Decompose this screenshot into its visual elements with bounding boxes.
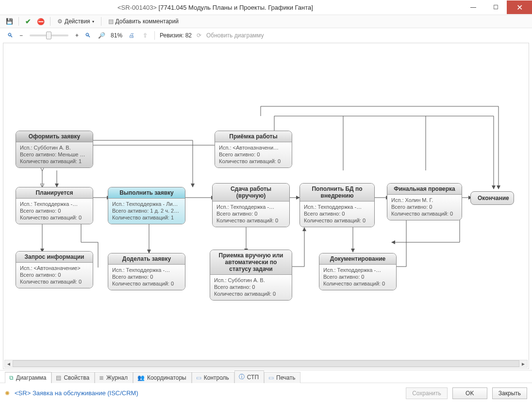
node-title: Финальная проверка <box>387 184 462 195</box>
properties-icon: ▤ <box>56 374 61 381</box>
comment-icon: ▤ <box>108 18 114 25</box>
scrollbar-track[interactable] <box>13 360 519 367</box>
scroll-left-button[interactable]: ◄ <box>5 360 13 367</box>
node-title: Выполнить заявку <box>108 187 185 199</box>
export-icon[interactable]: ⇪ <box>141 31 150 40</box>
approve-icon[interactable]: ✔ <box>24 17 33 26</box>
info-icon: ⓘ <box>239 373 245 381</box>
node-documentation[interactable]: Документирование Исп.: Техподдержка -… В… <box>319 253 397 290</box>
main-toolbar: 💾 ✔ ⛔ ⚙ Действия ▾ ▤ Добавить комментари… <box>0 15 532 28</box>
zoom-fit-icon[interactable]: 🔎 <box>97 31 106 40</box>
close-button[interactable]: Закрыть <box>492 387 527 399</box>
node-manual-auto-check[interactable]: Приемка вручную или автоматически по ста… <box>210 250 292 301</box>
node-title: Запрос информации <box>16 252 93 263</box>
tab-stp[interactable]: ⓘСТП <box>234 370 264 383</box>
control-icon: ▭ <box>196 374 201 381</box>
actions-dropdown[interactable]: ⚙ Действия ▾ <box>55 17 96 26</box>
window-minimize-button[interactable]: — <box>462 0 484 14</box>
title-code: <SR-001403> <box>117 4 157 11</box>
node-title: Приемка вручную или автоматически по ста… <box>210 250 292 275</box>
footer-link[interactable]: <SR> Заявка на обслуживание (ISC/CRM) <box>15 389 138 397</box>
node-title: Планируется <box>16 187 93 199</box>
zoom-out-icon[interactable]: 🔍︎ <box>6 31 15 40</box>
node-fill-db[interactable]: Пополнить БД по внедрению Исп.: Техподде… <box>299 183 375 227</box>
node-planned[interactable]: Планируется Исп.: Техподдержка -… Всего … <box>16 187 93 224</box>
refresh-diagram-link[interactable]: Обновить диаграмму <box>206 32 264 39</box>
tab-diagram[interactable]: ⧉Диаграмма <box>5 372 51 383</box>
window-close-button[interactable]: ✕ <box>507 0 532 14</box>
node-info-request[interactable]: Запрос информации Исп.: <Автоназначение>… <box>16 251 93 288</box>
node-final-check[interactable]: Финальная проверка Исп.: Холин М. Г. Все… <box>387 183 462 220</box>
ok-button[interactable]: OK <box>452 387 487 399</box>
gear-icon: ⚙ <box>57 18 63 25</box>
zoom-slider-thumb[interactable] <box>46 32 51 39</box>
scrollbar-thumb[interactable] <box>13 360 519 367</box>
zoom-in-icon[interactable]: 🔍︎ <box>83 31 92 40</box>
window-maximize-button[interactable]: ☐ <box>484 0 507 14</box>
gear-footer-icon: ✺ <box>5 390 10 397</box>
tab-control[interactable]: ▭Контроль <box>192 372 234 383</box>
node-title: Документирование <box>319 253 396 265</box>
node-title: Пополнить БД по внедрению <box>300 184 374 202</box>
node-acceptance[interactable]: Приёмка работы Исп.: <Автоназначени… Все… <box>215 131 292 168</box>
diagram-viewport[interactable]: Оформить заявку Исп.: Субботин А. В. Все… <box>3 43 529 369</box>
node-submit-work[interactable]: Сдача работы (вручную) Исп.: Техподдержк… <box>212 183 290 227</box>
node-title: Оформить заявку <box>16 131 93 142</box>
zoom-slider[interactable] <box>30 34 68 36</box>
node-create-request[interactable]: Оформить заявку Исп.: Субботин А. В. Все… <box>16 131 93 168</box>
print-icon[interactable]: 🖨 <box>127 31 136 40</box>
diagram-icon: ⧉ <box>9 374 14 381</box>
node-execute-request[interactable]: Выполнить заявку Исп.: Техподдержка - Ли… <box>108 187 185 224</box>
scroll-right-button[interactable]: ► <box>519 360 527 367</box>
tab-coordinators[interactable]: 👥Координаторы <box>133 372 192 383</box>
title-main: [7741.045 Модуль Планы и Проекты. График… <box>159 4 313 11</box>
save-icon[interactable]: 💾 <box>5 17 14 26</box>
zoom-percent: 81% <box>111 32 122 39</box>
window-titlebar: <SR-001403> [7741.045 Модуль Планы и Про… <box>0 0 532 15</box>
print-tab-icon: ▭ <box>268 374 274 381</box>
reject-icon[interactable]: ⛔ <box>36 17 45 26</box>
node-title: Сдача работы (вручную) <box>213 184 289 202</box>
node-title: Приёмка работы <box>215 131 292 142</box>
horizontal-scrollbar[interactable]: ◄ ► <box>4 360 528 368</box>
footer-bar: ✺ <SR> Заявка на обслуживание (ISC/CRM) … <box>0 383 532 403</box>
tab-journal[interactable]: ≣Журнал <box>95 372 133 383</box>
node-end[interactable]: Окончание <box>470 191 514 205</box>
bottom-tabs: ⧉Диаграмма ▤Свойства ≣Журнал 👥Координато… <box>0 370 532 383</box>
add-comment-button[interactable]: ▤ Добавить комментарий <box>106 17 181 26</box>
add-comment-label: Добавить комментарий <box>116 18 179 25</box>
refresh-icon[interactable]: ⟳ <box>197 32 201 39</box>
chevron-down-icon: ▾ <box>92 19 94 24</box>
save-button: Сохранить <box>406 387 448 399</box>
people-icon: 👥 <box>137 374 145 381</box>
node-title: Доделать заявку <box>108 253 185 265</box>
node-title: Окончание <box>478 195 509 202</box>
tab-properties[interactable]: ▤Свойства <box>51 372 95 383</box>
window-title: <SR-001403> [7741.045 Модуль Планы и Про… <box>6 4 313 11</box>
journal-icon: ≣ <box>99 374 104 381</box>
actions-label: Действия <box>65 18 90 25</box>
revision-label: Ревизия: 82 <box>160 32 192 39</box>
tab-print[interactable]: ▭Печать <box>264 372 300 383</box>
diagram-canvas: Оформить заявку Исп.: Субботин А. В. Все… <box>3 43 523 354</box>
node-finish-request[interactable]: Доделать заявку Исп.: Техподдержка -… Вс… <box>108 253 185 290</box>
zoom-toolbar: 🔍︎ − + 🔍︎ 🔎 81% 🖨 ⇪ Ревизия: 82 ⟳ Обнови… <box>0 28 532 43</box>
